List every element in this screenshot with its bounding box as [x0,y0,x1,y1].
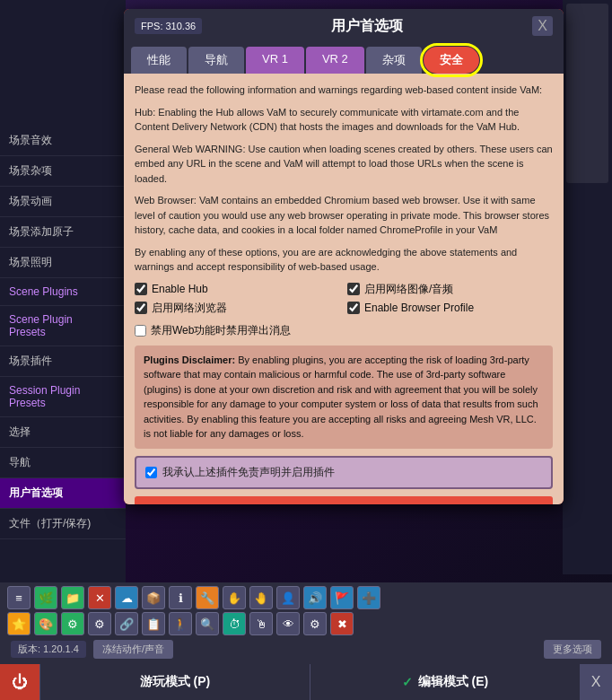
sidebar-item-scene-anim[interactable]: 场景动画 [0,187,126,217]
tool-delete-icon[interactable]: ✕ [88,586,111,609]
warning-text-1: Please read the following information an… [135,83,553,98]
freeze-button[interactable]: 冻结动作/声音 [93,640,173,659]
plugins-agree-box: 我承认上述插件免责声明并启用插件 [135,456,553,489]
checkbox-plugins-agree[interactable] [145,467,157,478]
tool-sound-icon[interactable]: 🔊 [303,586,327,609]
warning-text-3: General Web WARNING: Use caution when lo… [135,142,553,187]
sidebar-item-select[interactable]: 选择 [0,417,126,448]
tab-performance[interactable]: 性能 [131,47,187,74]
tool-x-icon[interactable]: ✖ [330,612,354,635]
power-button[interactable]: ⏻ [0,664,39,700]
checkbox-enable-net-img[interactable] [347,283,360,295]
toolbar-row-2: ⭐ 🎨 ⚙ ⚙ 🔗 📋 🚶 🔍 ⏱ 🖱 👁 ⚙ ✖ [7,612,605,635]
tabs-bar: 性能 导航 VR 1 VR 2 杂项 安全 [124,43,564,74]
edit-mode-check-icon: ✓ [402,675,413,689]
tool-settings-icon[interactable]: ⚙ [88,612,111,635]
tool-clipboard-icon[interactable]: 📋 [142,612,165,635]
plugins-disclaimer-section: Plugins Disclaimer: By enabling plugins,… [135,346,553,449]
dialog-titlebar: FPS: 310.36 用户首选项 X [124,9,564,43]
checkbox-disable-web-popup-row: 禁用Web功能时禁用弹出消息 [135,323,553,338]
tool-star-icon[interactable]: ⭐ [7,612,31,635]
tool-info-icon[interactable]: ℹ [169,586,192,609]
checkbox-disable-web-popup-label: 禁用Web功能时禁用弹出消息 [151,323,291,338]
preferences-dialog: FPS: 310.36 用户首选项 X 性能 导航 VR 1 VR 2 杂项 安… [124,9,564,504]
right-panel-inner [566,4,608,183]
checkbox-enable-browser-profile-label: Enable Browser Profile [364,302,474,314]
tool-atom-icon[interactable]: 🌿 [34,586,57,609]
warning-text-4: Web Browser: VaM contains an embedded Ch… [135,193,553,238]
checkbox-enable-hub-row: Enable Hub [135,282,340,297]
checkbox-enable-browser-profile[interactable] [347,302,360,314]
sidebar-item-scene-audio[interactable]: 场景音效 [0,126,126,156]
sidebar-item-scene-plugin-presets[interactable]: Scene Plugin Presets [0,306,126,346]
tool-timer-icon[interactable]: ⏱ [223,612,246,635]
checkbox-enable-hub-label: Enable Hub [152,283,208,295]
more-options-button[interactable]: 更多选项 [544,640,601,659]
sidebar-item-session-plugin-presets[interactable]: Session Plugin Presets [0,377,126,417]
tab-misc[interactable]: 杂项 [366,47,422,74]
tool-package-icon[interactable]: 📦 [142,586,165,609]
tool-menu-icon[interactable]: ≡ [7,586,31,609]
checkbox-enable-web-browser-label: 启用网络浏览器 [152,301,227,316]
checkbox-enable-web-browser[interactable] [135,302,147,314]
edit-mode-label: 编辑模式 (E) [418,674,489,690]
plugins-agree-label: 我承认上述插件免责声明并启用插件 [162,465,335,480]
tab-vr2[interactable]: VR 2 [306,47,364,74]
checkbox-enable-net-img-label: 启用网络图像/音频 [364,282,453,297]
sidebar-item-scene-lighting[interactable]: 场景照明 [0,248,126,278]
warning-text-2: Hub: Enabling the Hub allows VaM to secu… [135,105,553,135]
tool-paint-icon[interactable]: 🎨 [34,612,57,635]
tab-security[interactable]: 安全 [424,47,479,74]
version-label: 版本: 1.20.1.4 [11,641,86,658]
dialog-content: Please read the following information an… [124,74,564,504]
sidebar-item-scene-plugin-zh[interactable]: 场景插件 [0,346,126,377]
bottom-bar: ⏻ 游玩模式 (P) ✓ 编辑模式 (E) X [0,664,612,700]
tool-cursor-icon[interactable]: 🖱 [249,612,273,635]
tool-user-icon[interactable]: 👤 [276,586,300,609]
sidebar-item-scene-add-atom[interactable]: 场景添加原子 [0,217,126,248]
tool-hand2-icon[interactable]: 🤚 [249,586,273,609]
toolbar-row-1: ≡ 🌿 📁 ✕ ☁ 📦 ℹ 🔧 ✋ 🤚 👤 🔊 🚩 ➕ [7,586,605,609]
version-bar: 版本: 1.20.1.4 冻结动作/声音 更多选项 [7,638,605,661]
bottom-x-button[interactable]: X [580,664,612,700]
sidebar: 场景音效 场景杂项 场景动画 场景添加原子 场景照明 Scene Plugins… [0,0,126,592]
play-mode-button[interactable]: 游玩模式 (P) [39,664,310,700]
fps-display: FPS: 310.36 [135,18,202,34]
reset-defaults-button[interactable]: 将所有设置重置为默认值 [135,496,553,505]
checkbox-enable-net-img-row: 启用网络图像/音频 [347,282,553,297]
tool-search-icon[interactable]: 🔍 [196,612,219,635]
checkboxes-grid: Enable Hub 启用网络图像/音频 启用网络浏览器 Enable Brow… [135,282,553,316]
plugins-disclaimer-title: Plugins Disclaimer: [144,354,235,365]
sidebar-item-navigation[interactable]: 导航 [0,448,126,478]
tool-flag-icon[interactable]: 🚩 [330,586,354,609]
play-mode-label: 游玩模式 (P) [140,674,211,690]
sidebar-item-user-prefs[interactable]: 用户首选项 [0,478,126,509]
tab-navigation[interactable]: 导航 [188,47,244,74]
tool-cloud-icon[interactable]: ☁ [115,586,138,609]
warning-text-5: By enabling any of these options, you ar… [135,245,553,275]
plugins-disclaimer-text: By enabling plugins, you are accepting t… [144,354,538,440]
dialog-close-button[interactable]: X [532,16,553,36]
checkbox-enable-browser-profile-row: Enable Browser Profile [347,301,553,316]
tool-gear-icon[interactable]: ⚙ [303,612,327,635]
tool-eye-icon[interactable]: 👁 [276,612,300,635]
tab-vr1[interactable]: VR 1 [246,47,304,74]
tool-wrench-icon[interactable]: 🔧 [196,586,219,609]
sidebar-item-scene-plugins[interactable]: Scene Plugins [0,278,126,306]
tool-circle-icon[interactable]: ⚙ [61,612,84,635]
tool-add-icon[interactable]: ➕ [357,586,380,609]
sidebar-item-scene-misc[interactable]: 场景杂项 [0,156,126,187]
tool-folder-icon[interactable]: 📁 [61,586,84,609]
sidebar-item-file[interactable]: 文件（打开/保存) [0,509,126,539]
right-panel [563,0,612,574]
checkbox-disable-web-popup[interactable] [135,325,146,337]
tool-hand-icon[interactable]: ✋ [223,586,246,609]
tool-link-icon[interactable]: 🔗 [115,612,138,635]
tool-walk-icon[interactable]: 🚶 [169,612,192,635]
checkbox-enable-hub[interactable] [135,283,147,295]
edit-mode-button[interactable]: ✓ 编辑模式 (E) [310,664,580,700]
bottom-toolbar: ≡ 🌿 📁 ✕ ☁ 📦 ℹ 🔧 ✋ 🤚 👤 🔊 🚩 ➕ ⭐ 🎨 ⚙ ⚙ 🔗 📋 … [0,582,612,664]
dialog-title: 用户首选项 [202,17,532,36]
checkbox-enable-web-browser-row: 启用网络浏览器 [135,301,340,316]
